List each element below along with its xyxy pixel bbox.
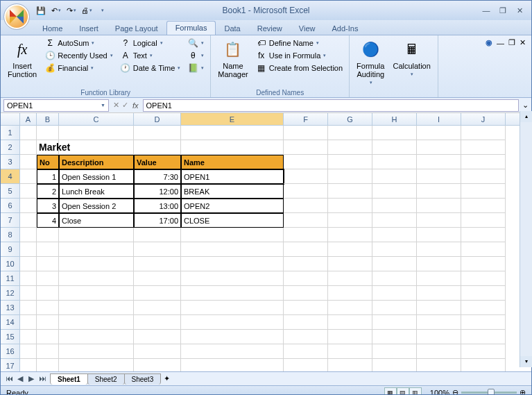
math-button[interactable]: θ▾ xyxy=(185,49,206,62)
tab-view[interactable]: View xyxy=(291,22,324,35)
doc-minimize-icon[interactable]: — xyxy=(497,39,504,47)
office-button[interactable] xyxy=(3,3,30,30)
autosum-button[interactable]: ΣAutoSum▾ xyxy=(42,37,115,49)
formula-bar[interactable]: OPEN1 xyxy=(143,99,519,112)
header-desc[interactable]: Description xyxy=(59,155,134,169)
col-header[interactable]: J xyxy=(461,113,506,125)
active-cell[interactable]: OPEN1 xyxy=(181,169,284,184)
create-from-selection-button[interactable]: ▦Create from Selection xyxy=(254,62,345,74)
close-icon[interactable]: ✕ xyxy=(512,5,527,16)
doc-restore-icon[interactable]: ❐ xyxy=(508,38,515,47)
minimize-icon[interactable]: — xyxy=(479,5,494,16)
header-name[interactable]: Name xyxy=(181,155,284,169)
col-header[interactable]: D xyxy=(134,113,181,125)
datetime-button[interactable]: 🕐Date & Time▾ xyxy=(118,62,183,74)
vertical-scrollbar[interactable] xyxy=(520,111,532,367)
tab-data[interactable]: Data xyxy=(216,22,248,35)
print-icon[interactable]: 🖨▾ xyxy=(80,3,94,17)
table-cell[interactable]: 1 xyxy=(37,169,59,184)
help-icon[interactable]: ◉ xyxy=(486,38,492,47)
last-sheet-icon[interactable]: ⏭ xyxy=(37,374,48,383)
text-button[interactable]: AText▾ xyxy=(118,49,183,62)
expand-formula-bar-icon[interactable]: ⌄ xyxy=(519,101,531,110)
table-cell[interactable]: 17:00 xyxy=(134,213,181,228)
financial-button[interactable]: 💰Financial▾ xyxy=(42,62,115,74)
sheet-tab[interactable]: Sheet2 xyxy=(87,373,125,385)
zoom-in-icon[interactable]: ⊕ xyxy=(520,388,526,395)
tab-home[interactable]: Home xyxy=(34,22,71,35)
col-header[interactable]: G xyxy=(328,113,372,125)
qat-customize-icon[interactable]: ▾ xyxy=(95,3,109,17)
first-sheet-icon[interactable]: ⏮ xyxy=(3,374,15,383)
table-cell[interactable]: 2 xyxy=(37,184,59,199)
fx-icon[interactable]: fx xyxy=(132,101,139,110)
prev-sheet-icon[interactable]: ◀ xyxy=(15,374,26,383)
table-cell[interactable]: CLOSE xyxy=(181,213,284,228)
define-name-button[interactable]: 🏷Define Name▾ xyxy=(254,37,345,49)
tab-page-layout[interactable]: Page Layout xyxy=(107,22,166,35)
normal-view-icon[interactable]: ▦ xyxy=(384,387,397,396)
maximize-icon[interactable]: ❐ xyxy=(495,5,510,16)
cell-title[interactable]: Market xyxy=(37,140,59,155)
name-box[interactable]: OPEN1 ▼ xyxy=(3,99,109,112)
table-cell[interactable]: 3 xyxy=(37,199,59,213)
calculation-button[interactable]: 🖩 Calculation▾ xyxy=(390,37,433,87)
recently-used-button[interactable]: 🕒Recently Used▾ xyxy=(42,49,115,62)
lookup-button[interactable]: 🔍▾ xyxy=(185,37,206,49)
col-header[interactable]: F xyxy=(284,113,328,125)
enter-icon[interactable]: ✓ xyxy=(122,101,128,110)
undo-icon[interactable]: ↶▾ xyxy=(49,3,63,17)
table-cell[interactable]: 13:00 xyxy=(134,199,181,213)
select-all-corner[interactable] xyxy=(1,113,20,125)
zoom-level[interactable]: 100% xyxy=(430,389,449,396)
more-fn-button[interactable]: 📗▾ xyxy=(185,62,206,74)
insert-function-button[interactable]: fx Insert Function xyxy=(5,37,40,80)
table-cell[interactable]: BREAK xyxy=(181,184,284,199)
formula-auditing-button[interactable]: 🔵 Formula Auditing▾ xyxy=(354,37,387,87)
group-function-library: Function Library xyxy=(5,88,206,97)
table-cell[interactable]: 4 xyxy=(37,213,59,228)
table-cell[interactable]: Open Session 2 xyxy=(59,199,134,213)
name-manager-button[interactable]: 📋 Name Manager xyxy=(215,37,250,80)
sheet-tab[interactable]: Sheet1 xyxy=(50,373,88,385)
table-cell[interactable]: Close xyxy=(59,213,134,228)
zoom-slider[interactable] xyxy=(461,392,517,394)
table-cell[interactable]: OPEN2 xyxy=(181,199,284,213)
page-layout-view-icon[interactable]: ▤ xyxy=(397,387,409,396)
header-val[interactable]: Value xyxy=(134,155,181,169)
use-in-formula-button[interactable]: fxUse in Formula▾ xyxy=(254,49,345,62)
table-cell[interactable]: 7:30 xyxy=(134,169,181,184)
name-box-dropdown-icon[interactable]: ▼ xyxy=(101,103,105,108)
col-header[interactable]: H xyxy=(372,113,417,125)
col-header[interactable]: A xyxy=(20,113,37,125)
redo-icon[interactable]: ↷▾ xyxy=(65,3,78,17)
table-cell[interactable]: Open Session 1 xyxy=(59,169,134,184)
col-header[interactable]: I xyxy=(417,113,461,125)
new-sheet-icon[interactable]: ✦ xyxy=(164,374,170,383)
cancel-icon[interactable]: ✕ xyxy=(113,101,119,110)
header-no[interactable]: No xyxy=(37,155,59,169)
logical-button[interactable]: ?Logical▾ xyxy=(118,37,183,49)
lookup-icon: 🔍 xyxy=(187,37,198,49)
next-sheet-icon[interactable]: ▶ xyxy=(26,374,37,383)
tab-formulas[interactable]: Formulas xyxy=(166,21,216,35)
table-cell[interactable]: Lunch Break xyxy=(59,184,134,199)
page-break-view-icon[interactable]: ▥ xyxy=(409,387,422,396)
table-cell[interactable]: 12:00 xyxy=(134,184,181,199)
group-defined-names: Defined Names xyxy=(215,88,345,97)
use-formula-icon: fx xyxy=(256,50,267,61)
name-manager-icon: 📋 xyxy=(222,38,244,60)
worksheet-grid[interactable]: 1 2Market 3NoDescriptionValueName 41Open… xyxy=(1,126,531,371)
doc-close-icon[interactable]: ✕ xyxy=(520,38,526,47)
tab-insert[interactable]: Insert xyxy=(71,22,107,35)
save-icon[interactable]: 💾 xyxy=(34,3,48,17)
tab-review[interactable]: Review xyxy=(249,22,291,35)
zoom-out-icon[interactable]: ⊖ xyxy=(452,388,458,395)
name-manager-label: Name Manager xyxy=(218,62,248,78)
col-header[interactable]: C xyxy=(59,113,134,125)
tab-addins[interactable]: Add-Ins xyxy=(323,22,366,35)
col-header[interactable]: B xyxy=(37,113,59,125)
sheet-tab[interactable]: Sheet3 xyxy=(124,373,162,385)
col-header[interactable]: E xyxy=(181,113,284,125)
status-text: Ready xyxy=(6,389,28,396)
